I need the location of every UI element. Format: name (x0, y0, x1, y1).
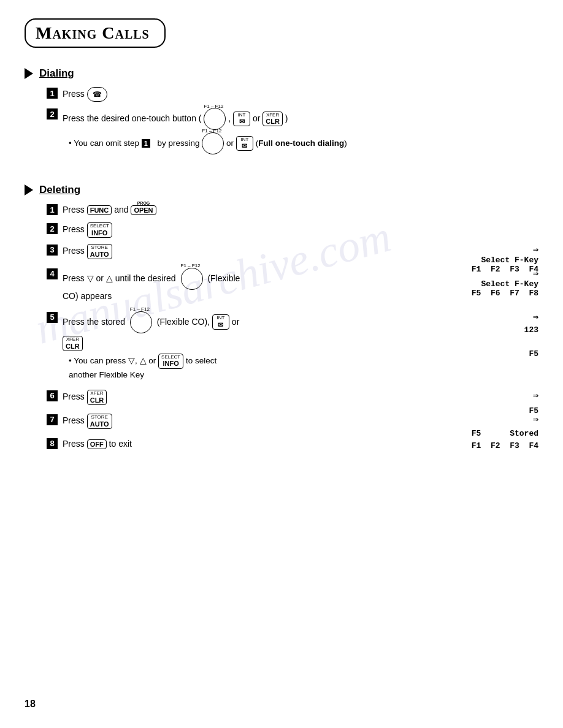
del-step-num-6: 6 (47, 390, 58, 401)
del-step-2-content: Press SELECT INFO (63, 222, 538, 238)
deleting-step-3: 3 Press STORE AUTO ⇒ Select F-Key F1 F2 … (47, 244, 538, 259)
display-5-arrow: ⇒ (524, 311, 538, 323)
circle-key-3 (181, 268, 203, 290)
triangle-icon (25, 68, 33, 79)
del-step-num-5: 5 (47, 312, 58, 323)
int-key-1: INT ✉ (233, 112, 250, 127)
del-step-num-8: 8 (47, 438, 58, 449)
display-4-arrow: ⇒ (472, 268, 538, 279)
dialing-steps: 1 Press ☎ 2 Press the desired one-touch … (47, 87, 538, 154)
dialing-section-header: Dialing (25, 67, 538, 80)
display-4-line2: F5 F6 F7 F8 (472, 289, 538, 298)
deleting-step-1: 1 Press FUNC and PROG OPEN (47, 203, 538, 216)
del-step-num-2: 2 (47, 223, 58, 234)
step-4-suffix: (Flexible (207, 273, 240, 282)
circle-key-2 (202, 132, 224, 154)
deleting-step-8: 8 Press OFF to exit F1 F2 F3 F4 (47, 438, 538, 450)
deleting-step-2: 2 Press SELECT INFO (47, 222, 538, 238)
triangle-icon-2 (25, 184, 33, 195)
display-step-7: ⇒ F5 Stored (472, 414, 538, 438)
display-3-line1: Select F-Key (472, 256, 538, 265)
display-8-line1: F1 F2 F3 F4 (472, 441, 538, 450)
step-num-1: 1 (47, 88, 58, 99)
del-step-6-content: Press XFERCLR (63, 390, 538, 405)
xfer-key-2: XFERCLR (63, 336, 83, 351)
select-info-key-2: SELECTINFO (158, 354, 183, 369)
del-step-3-content: Press STORE AUTO (63, 244, 538, 259)
dialing-step-1: 1 Press ☎ (47, 87, 538, 102)
del-step-7-content: Press STOREAUTO (63, 414, 538, 429)
xfer-key-1: XFER CLR (262, 112, 283, 127)
int-key-2: INT ✉ (236, 136, 253, 151)
off-key: OFF (87, 439, 107, 449)
display-step-5: ⇒ 123 F5 (524, 311, 538, 358)
circle-key-4 (130, 311, 152, 333)
display-7-arrow: ⇒ (472, 414, 538, 425)
del-step-4-content: Press ▽ or △ until the desired F1 – F12 … (63, 268, 538, 303)
store-auto-key-2: STOREAUTO (87, 414, 112, 429)
dialing-step-2: 2 Press the desired one-touch button ( F… (47, 108, 538, 154)
dialing-bullet: • You can omit step 1 by pressing F1 – F… (69, 132, 538, 154)
display-7-line1: F5 Stored (472, 429, 538, 438)
del-step-1-content: Press FUNC and PROG OPEN (63, 203, 538, 216)
deleting-step-7: 7 Press STOREAUTO ⇒ F5 Stored (47, 414, 538, 429)
deleting-steps: 1 Press FUNC and PROG OPEN 2 Press SELEC… (47, 203, 538, 450)
step-1-text: Press (63, 89, 87, 99)
step-2-text: Press the desired one-touch button ( F1 … (63, 108, 538, 130)
func-key: FUNC (87, 205, 112, 215)
deleting-title: Deleting (39, 184, 80, 196)
step-2-content: Press the desired one-touch button ( F1 … (63, 108, 538, 154)
del-step-num-3: 3 (47, 245, 58, 256)
display-5-line1: 123 (524, 325, 538, 335)
step-5-bullet: • You can press ▽, △ or SELECTINFO to se… (69, 354, 538, 381)
del-step-num-1: 1 (47, 204, 58, 215)
step-5-text: Press the stored F1 – F12 (Flexible CO),… (63, 311, 538, 333)
store-auto-key-1: STORE AUTO (87, 244, 112, 259)
del-step-num-7: 7 (47, 414, 58, 425)
select-info-key-1: SELECT INFO (87, 222, 112, 238)
full-one-touch-label: Full one-touch dialing (258, 138, 344, 148)
page-number: 18 (25, 699, 36, 710)
step-num-2: 2 (47, 108, 58, 119)
display-6-arrow: ⇒ (529, 390, 538, 401)
display-step-6: ⇒ F5 (529, 390, 538, 415)
xfer-key-3: XFERCLR (87, 390, 107, 405)
deleting-step-6: 6 Press XFERCLR ⇒ F5 (47, 390, 538, 405)
del-step-8-content: Press OFF to exit (63, 438, 538, 450)
deleting-step-5: 5 Press the stored F1 – F12 (Flexible CO… (47, 311, 538, 381)
deleting-section-header: Deleting (25, 184, 538, 196)
page-title: Making Calls (36, 23, 150, 43)
step-4-suffix2: CO) appears (63, 291, 112, 301)
title-box: Making Calls (25, 18, 166, 48)
display-step-8: F1 F2 F3 F4 (472, 438, 538, 450)
step-5-xfer: XFERCLR (63, 336, 538, 351)
open-key: PROG OPEN (131, 205, 156, 215)
dialing-title: Dialing (39, 67, 74, 80)
deleting-step-4: 4 Press ▽ or △ until the desired F1 – F1… (47, 268, 538, 303)
del-step-5-content: Press the stored F1 – F12 (Flexible CO),… (63, 311, 538, 381)
display-5-line2: F5 (524, 349, 538, 358)
int-key-3: INT ✉ (212, 314, 229, 330)
del-step-num-4: 4 (47, 268, 58, 279)
step-8-suffix: to exit (109, 439, 132, 449)
display-3-arrow: ⇒ (472, 244, 538, 256)
display-4-line1: Select F-Key (472, 279, 538, 289)
phone-key: ☎ (87, 87, 107, 102)
step-1-content: Press ☎ (63, 87, 538, 102)
circle-key-1 (204, 108, 226, 130)
inline-step-1: 1 (142, 139, 150, 148)
display-step-4: ⇒ Select F-Key F5 F6 F7 F8 (472, 268, 538, 298)
